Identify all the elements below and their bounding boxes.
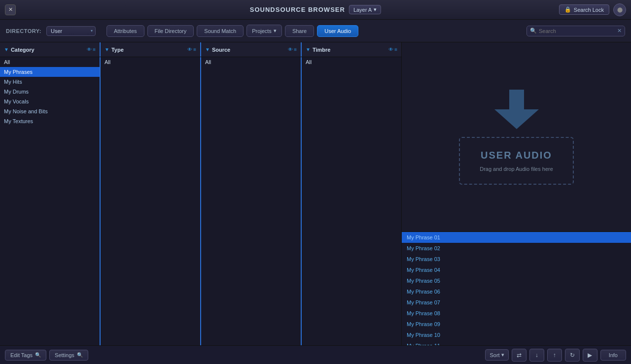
title-right: 🔒 Search Lock ⬤ xyxy=(559,3,626,16)
layer-label: Layer A xyxy=(353,7,372,13)
tab-projects[interactable]: Projects ▾ xyxy=(246,25,282,37)
col-category-label: Category xyxy=(11,47,85,53)
list-item[interactable]: My Phrase 02 xyxy=(402,243,631,254)
list-item[interactable]: My Hits xyxy=(0,77,100,87)
tab-projects-label: Projects xyxy=(252,28,272,34)
down-button[interactable]: ↓ xyxy=(529,349,544,362)
tab-share[interactable]: Share xyxy=(285,25,314,37)
col-timbre-more-icon[interactable]: ≡ xyxy=(394,47,397,52)
edit-tags-button[interactable]: Edit Tags 🔍 xyxy=(5,350,46,361)
col-source-label: Source xyxy=(212,47,286,53)
browser-column-category: All My Phrases My Hits My Drums My Vocal… xyxy=(0,57,101,345)
tab-file-directory-label: File Directory xyxy=(155,28,187,34)
projects-arrow-icon: ▾ xyxy=(274,28,277,34)
layer-arrow-icon: ▾ xyxy=(374,6,377,13)
browser-column-type: All xyxy=(101,57,201,345)
close-icon: ✕ xyxy=(8,6,13,13)
list-item[interactable]: My Noise and Bits xyxy=(0,106,100,116)
close-button[interactable]: ✕ xyxy=(5,4,16,15)
list-item[interactable]: My Phrase 07 xyxy=(402,297,631,308)
search-input[interactable] xyxy=(526,26,625,36)
tab-user-audio-label: User Audio xyxy=(324,28,351,34)
list-item[interactable]: My Phrase 09 xyxy=(402,319,631,330)
info-label: Info xyxy=(609,352,618,358)
directory-select[interactable]: User xyxy=(46,26,96,36)
col-timbre-arrow-icon: ▼ xyxy=(306,47,311,52)
drop-zone-subtitle: Drag and drop Audio files here xyxy=(480,166,553,172)
tab-sound-match-label: Sound Match xyxy=(204,28,236,34)
svg-rect-0 xyxy=(509,90,524,109)
column-header-timbre: ▼ Timbre 👁 ≡ xyxy=(302,42,401,57)
col-type-eye-icon[interactable]: 👁 xyxy=(187,47,192,52)
list-item[interactable]: My Phrase 01 xyxy=(402,232,631,243)
settings-icon: 🔍 xyxy=(77,352,83,358)
search-lock-label: Search Lock xyxy=(574,7,604,13)
col-source-more-icon[interactable]: ≡ xyxy=(294,47,297,52)
sort-button[interactable]: Sort ▾ xyxy=(485,349,508,361)
column-browser-header: ▼ Category 👁 ≡ ▼ Type 👁 ≡ ▼ Source xyxy=(0,42,401,57)
col-type-more-icon[interactable]: ≡ xyxy=(193,47,196,52)
list-item[interactable]: My Phrase 11 xyxy=(402,340,631,345)
col-arrow-icon: ▼ xyxy=(4,47,9,52)
col-eye-icon[interactable]: 👁 xyxy=(87,47,92,52)
settings-label: Settings xyxy=(55,352,74,358)
col-type-label: Type xyxy=(111,47,185,53)
info-button[interactable]: Info xyxy=(600,350,626,361)
column-header-type: ▼ Type 👁 ≡ xyxy=(101,42,201,57)
list-item[interactable]: My Drums xyxy=(0,87,100,97)
list-item[interactable]: All xyxy=(302,57,401,67)
browser-column-timbre: All xyxy=(302,57,401,345)
refresh-button[interactable]: ↻ xyxy=(565,349,580,362)
tab-file-directory[interactable]: File Directory xyxy=(147,25,194,37)
col-timbre-icons: 👁 ≡ xyxy=(388,47,397,52)
list-item[interactable]: My Textures xyxy=(0,116,100,126)
list-item[interactable]: My Phrase 06 xyxy=(402,286,631,297)
col-more-icon[interactable]: ≡ xyxy=(93,47,96,52)
bottom-bar: Edit Tags 🔍 Settings 🔍 Sort ▾ ⇄ ↓ ↑ ↻ ▶ … xyxy=(0,345,631,364)
title-center: SOUNDSOURCE BROWSER Layer A ▾ xyxy=(250,5,381,14)
directory-label: DIRECTORY: xyxy=(6,28,41,34)
col-source-arrow-icon: ▼ xyxy=(205,47,210,52)
tab-user-audio[interactable]: User Audio xyxy=(317,25,358,37)
down-icon: ↓ xyxy=(535,352,538,359)
layer-button[interactable]: Layer A ▾ xyxy=(349,5,381,14)
list-item[interactable]: My Phrase 10 xyxy=(402,330,631,340)
tab-sound-match[interactable]: Sound Match xyxy=(197,25,244,37)
settings-circle-button[interactable]: ⬤ xyxy=(613,3,626,16)
list-item[interactable]: My Phrase 08 xyxy=(402,308,631,319)
column-browser: ▼ Category 👁 ≡ ▼ Type 👁 ≡ ▼ Source xyxy=(0,42,402,345)
col-source-eye-icon[interactable]: 👁 xyxy=(288,47,293,52)
play-button[interactable]: ▶ xyxy=(583,349,597,362)
list-item[interactable]: All xyxy=(101,57,200,67)
list-item[interactable]: My Phrase 04 xyxy=(402,265,631,275)
list-item[interactable]: My Phrase 05 xyxy=(402,275,631,286)
list-item[interactable]: My Vocals xyxy=(0,97,100,106)
drop-zone[interactable]: USER AUDIO Drag and drop Audio files her… xyxy=(402,42,631,232)
sort-arrow-icon: ▾ xyxy=(501,352,504,358)
tab-attributes-label: Attributes xyxy=(114,28,137,34)
title-bar: ✕ SOUNDSOURCE BROWSER Layer A ▾ 🔒 Search… xyxy=(0,0,631,20)
list-item[interactable]: All xyxy=(0,57,100,67)
drop-zone-title: USER AUDIO xyxy=(481,150,552,161)
shuffle-button[interactable]: ⇄ xyxy=(512,349,526,362)
edit-tags-label: Edit Tags xyxy=(10,352,33,358)
col-timbre-label: Timbre xyxy=(313,47,386,53)
column-header-source: ▼ Source 👁 ≡ xyxy=(201,42,302,57)
circle-icon: ⬤ xyxy=(617,7,623,12)
search-lock-button[interactable]: 🔒 Search Lock xyxy=(559,4,609,15)
tab-attributes[interactable]: Attributes xyxy=(106,25,144,37)
column-browser-body: All My Phrases My Hits My Drums My Vocal… xyxy=(0,57,401,345)
col-type-arrow-icon: ▼ xyxy=(105,47,109,52)
list-item[interactable]: My Phrase 03 xyxy=(402,254,631,265)
up-button[interactable]: ↑ xyxy=(547,349,562,362)
sort-label: Sort xyxy=(490,352,499,358)
col-timbre-eye-icon[interactable]: 👁 xyxy=(388,47,393,52)
list-item[interactable]: All xyxy=(201,57,301,67)
edit-tags-icon: 🔍 xyxy=(35,352,41,358)
file-list: My Phrase 01 My Phrase 02 My Phrase 03 M… xyxy=(402,232,631,345)
settings-button[interactable]: Settings 🔍 xyxy=(49,350,88,361)
search-clear-icon[interactable]: ✕ xyxy=(617,28,622,34)
list-item[interactable]: My Phrases xyxy=(0,67,100,77)
toolbar: DIRECTORY: User ▾ Attributes File Direct… xyxy=(0,20,631,42)
search-icon: 🔍 xyxy=(530,28,537,34)
